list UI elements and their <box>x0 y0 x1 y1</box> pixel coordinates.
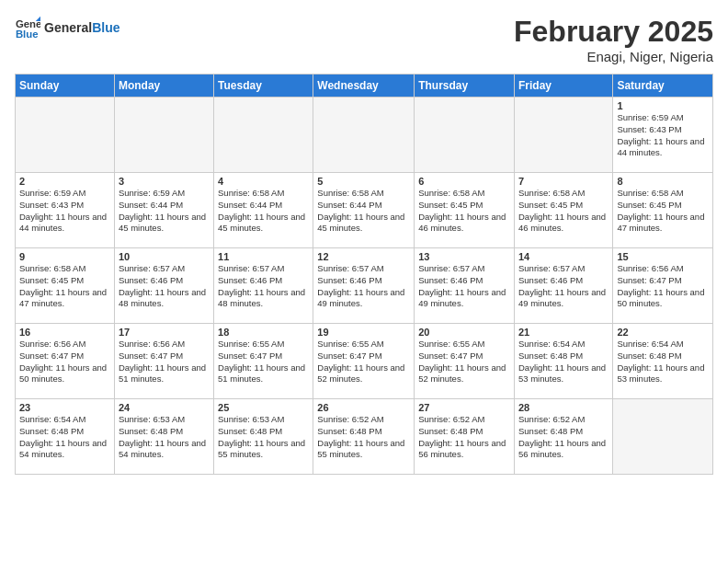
col-thursday: Thursday <box>415 75 515 98</box>
day-number: 7 <box>518 176 609 187</box>
calendar-table: Sunday Monday Tuesday Wednesday Thursday… <box>15 74 713 475</box>
calendar-cell: 18Sunrise: 6:55 AMSunset: 6:47 PMDayligh… <box>214 324 313 399</box>
day-info: Sunrise: 6:57 AMSunset: 6:46 PMDaylight:… <box>119 263 210 310</box>
day-number: 12 <box>317 251 410 262</box>
logo: General Blue GeneralBlue <box>15 15 119 40</box>
calendar-cell: 20Sunrise: 6:55 AMSunset: 6:47 PMDayligh… <box>415 324 515 399</box>
calendar-cell: 14Sunrise: 6:57 AMSunset: 6:46 PMDayligh… <box>514 248 612 324</box>
calendar-cell <box>214 98 313 173</box>
subtitle: Enagi, Niger, Nigeria <box>514 49 713 64</box>
col-sunday: Sunday <box>16 75 115 98</box>
calendar-cell <box>313 98 415 173</box>
day-number: 1 <box>617 100 709 111</box>
logo-icon: General Blue <box>15 15 40 40</box>
calendar-cell: 8Sunrise: 6:58 AMSunset: 6:45 PMDaylight… <box>613 173 713 248</box>
calendar-cell: 27Sunrise: 6:52 AMSunset: 6:48 PMDayligh… <box>415 399 515 475</box>
svg-text:Blue: Blue <box>16 29 39 40</box>
day-number: 25 <box>218 402 309 413</box>
calendar-cell: 5Sunrise: 6:58 AMSunset: 6:44 PMDaylight… <box>313 173 415 248</box>
page: General Blue GeneralBlue February 2025 E… <box>0 0 728 563</box>
calendar-cell: 26Sunrise: 6:52 AMSunset: 6:48 PMDayligh… <box>313 399 415 475</box>
calendar-week-4: 16Sunrise: 6:56 AMSunset: 6:47 PMDayligh… <box>16 324 713 399</box>
main-title: February 2025 <box>514 15 713 49</box>
calendar-cell: 25Sunrise: 6:53 AMSunset: 6:48 PMDayligh… <box>214 399 313 475</box>
day-info: Sunrise: 6:53 AMSunset: 6:48 PMDaylight:… <box>218 414 309 461</box>
col-saturday: Saturday <box>613 75 713 98</box>
calendar-cell: 21Sunrise: 6:54 AMSunset: 6:48 PMDayligh… <box>514 324 612 399</box>
calendar-cell: 13Sunrise: 6:57 AMSunset: 6:46 PMDayligh… <box>415 248 515 324</box>
calendar-cell: 10Sunrise: 6:57 AMSunset: 6:46 PMDayligh… <box>114 248 213 324</box>
day-number: 27 <box>418 402 510 413</box>
day-number: 3 <box>119 176 210 187</box>
day-number: 26 <box>317 402 410 413</box>
day-info: Sunrise: 6:52 AMSunset: 6:48 PMDaylight:… <box>317 414 410 461</box>
day-number: 5 <box>317 176 410 187</box>
day-info: Sunrise: 6:58 AMSunset: 6:45 PMDaylight:… <box>518 188 609 235</box>
calendar-cell: 11Sunrise: 6:57 AMSunset: 6:46 PMDayligh… <box>214 248 313 324</box>
calendar-cell: 15Sunrise: 6:56 AMSunset: 6:47 PMDayligh… <box>613 248 713 324</box>
day-number: 18 <box>218 327 309 338</box>
day-info: Sunrise: 6:56 AMSunset: 6:47 PMDaylight:… <box>19 339 110 385</box>
day-number: 20 <box>418 327 510 338</box>
day-number: 6 <box>418 176 510 187</box>
calendar-cell <box>613 399 713 475</box>
calendar-week-5: 23Sunrise: 6:54 AMSunset: 6:48 PMDayligh… <box>16 399 713 475</box>
calendar-week-3: 9Sunrise: 6:58 AMSunset: 6:45 PMDaylight… <box>16 248 713 324</box>
day-number: 23 <box>19 402 110 413</box>
col-monday: Monday <box>114 75 213 98</box>
calendar-cell: 28Sunrise: 6:52 AMSunset: 6:48 PMDayligh… <box>514 399 612 475</box>
calendar-cell: 24Sunrise: 6:53 AMSunset: 6:48 PMDayligh… <box>114 399 213 475</box>
day-info: Sunrise: 6:56 AMSunset: 6:47 PMDaylight:… <box>617 263 709 310</box>
day-number: 8 <box>617 176 709 187</box>
day-info: Sunrise: 6:52 AMSunset: 6:48 PMDaylight:… <box>518 414 609 461</box>
day-number: 15 <box>617 251 709 262</box>
calendar-cell: 3Sunrise: 6:59 AMSunset: 6:44 PMDaylight… <box>114 173 213 248</box>
col-tuesday: Tuesday <box>214 75 313 98</box>
day-info: Sunrise: 6:58 AMSunset: 6:44 PMDaylight:… <box>218 188 309 235</box>
day-info: Sunrise: 6:58 AMSunset: 6:45 PMDaylight:… <box>418 188 510 235</box>
calendar-cell <box>16 98 115 173</box>
calendar-cell: 23Sunrise: 6:54 AMSunset: 6:48 PMDayligh… <box>16 399 115 475</box>
day-number: 4 <box>218 176 309 187</box>
calendar-cell <box>415 98 515 173</box>
logo-general: General <box>44 20 92 35</box>
calendar-cell: 7Sunrise: 6:58 AMSunset: 6:45 PMDaylight… <box>514 173 612 248</box>
calendar-cell: 17Sunrise: 6:56 AMSunset: 6:47 PMDayligh… <box>114 324 213 399</box>
calendar-cell <box>114 98 213 173</box>
day-info: Sunrise: 6:55 AMSunset: 6:47 PMDaylight:… <box>418 339 510 385</box>
day-number: 24 <box>119 402 210 413</box>
day-info: Sunrise: 6:58 AMSunset: 6:44 PMDaylight:… <box>317 188 410 235</box>
day-number: 16 <box>19 327 110 338</box>
day-info: Sunrise: 6:54 AMSunset: 6:48 PMDaylight:… <box>518 339 609 385</box>
day-number: 11 <box>218 251 309 262</box>
day-info: Sunrise: 6:58 AMSunset: 6:45 PMDaylight:… <box>19 263 110 310</box>
day-number: 21 <box>518 327 609 338</box>
day-info: Sunrise: 6:53 AMSunset: 6:48 PMDaylight:… <box>119 414 210 461</box>
day-info: Sunrise: 6:55 AMSunset: 6:47 PMDaylight:… <box>218 339 309 385</box>
calendar-cell: 1Sunrise: 6:59 AMSunset: 6:43 PMDaylight… <box>613 98 713 173</box>
day-info: Sunrise: 6:55 AMSunset: 6:47 PMDaylight:… <box>317 339 410 385</box>
calendar-cell: 12Sunrise: 6:57 AMSunset: 6:46 PMDayligh… <box>313 248 415 324</box>
calendar-cell: 4Sunrise: 6:58 AMSunset: 6:44 PMDaylight… <box>214 173 313 248</box>
day-number: 17 <box>119 327 210 338</box>
day-number: 9 <box>19 251 110 262</box>
col-friday: Friday <box>514 75 612 98</box>
day-info: Sunrise: 6:59 AMSunset: 6:43 PMDaylight:… <box>617 112 709 159</box>
day-info: Sunrise: 6:57 AMSunset: 6:46 PMDaylight:… <box>518 263 609 310</box>
title-block: February 2025 Enagi, Niger, Nigeria <box>514 15 713 64</box>
calendar-cell <box>514 98 612 173</box>
col-wednesday: Wednesday <box>313 75 415 98</box>
calendar-cell: 22Sunrise: 6:54 AMSunset: 6:48 PMDayligh… <box>613 324 713 399</box>
day-number: 10 <box>119 251 210 262</box>
calendar-cell: 6Sunrise: 6:58 AMSunset: 6:45 PMDaylight… <box>415 173 515 248</box>
day-number: 22 <box>617 327 709 338</box>
day-info: Sunrise: 6:59 AMSunset: 6:44 PMDaylight:… <box>119 188 210 235</box>
calendar-cell: 19Sunrise: 6:55 AMSunset: 6:47 PMDayligh… <box>313 324 415 399</box>
day-number: 19 <box>317 327 410 338</box>
logo-blue: Blue <box>92 20 119 35</box>
day-info: Sunrise: 6:59 AMSunset: 6:43 PMDaylight:… <box>19 188 110 235</box>
calendar-cell: 9Sunrise: 6:58 AMSunset: 6:45 PMDaylight… <box>16 248 115 324</box>
day-info: Sunrise: 6:56 AMSunset: 6:47 PMDaylight:… <box>119 339 210 385</box>
calendar-cell: 2Sunrise: 6:59 AMSunset: 6:43 PMDaylight… <box>16 173 115 248</box>
header: General Blue GeneralBlue February 2025 E… <box>15 15 713 64</box>
